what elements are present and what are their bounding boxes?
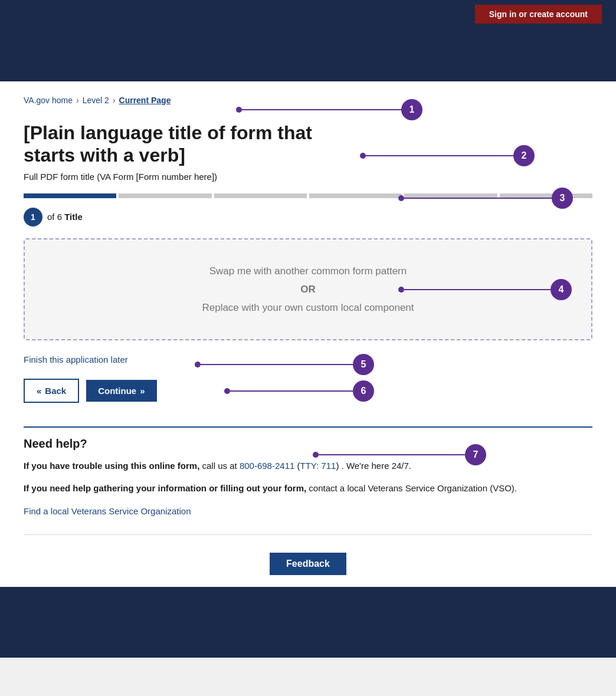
need-help-heading: Need help? bbox=[24, 437, 592, 451]
feedback-row: Feedback bbox=[24, 547, 592, 587]
progress-section: 3 bbox=[24, 193, 592, 198]
button-section: « Back Continue » 6 bbox=[24, 379, 592, 403]
gather-bold: If you need help gathering your informat… bbox=[24, 483, 306, 493]
inner-content: VA.gov home › Level 2 › Current Page 1 [… bbox=[0, 81, 616, 587]
breadcrumb-home[interactable]: VA.gov home bbox=[24, 96, 73, 105]
placeholder-line2: Replace with your own custom local compo… bbox=[202, 302, 414, 313]
forward-arrow-icon: » bbox=[140, 386, 145, 396]
trouble-text: call us at bbox=[202, 461, 240, 471]
placeholder-or: OR bbox=[37, 281, 579, 297]
gather-text: contact a local Veterans Service Organiz… bbox=[309, 483, 517, 493]
feedback-button[interactable]: Feedback bbox=[270, 553, 346, 575]
form-subtitle: Full PDF form title (VA Form [Form numbe… bbox=[24, 172, 592, 182]
back-arrow-icon: « bbox=[37, 386, 41, 396]
placeholder-box: Swap me with another common form pattern… bbox=[24, 238, 592, 341]
annotation-3: 3 bbox=[398, 188, 573, 209]
section-divider bbox=[24, 534, 592, 535]
progress-seg-5 bbox=[404, 193, 497, 198]
need-help-section: Need help? If you have trouble using thi… bbox=[24, 426, 592, 517]
breadcrumb-section: VA.gov home › Level 2 › Current Page 1 bbox=[24, 81, 592, 105]
placeholder-section: Swap me with another common form pattern… bbox=[24, 238, 592, 341]
save-later-link[interactable]: Finish this application later bbox=[24, 354, 128, 365]
page-wrapper: Sign in or create account VA.gov home › … bbox=[0, 0, 616, 658]
continue-button-label: Continue bbox=[98, 386, 136, 396]
tty-link[interactable]: TTY: 711 bbox=[300, 461, 336, 471]
button-row: « Back Continue » bbox=[24, 379, 592, 403]
breadcrumb-sep-2: › bbox=[113, 96, 116, 105]
main-content: VA.gov home › Level 2 › Current Page 1 [… bbox=[0, 81, 616, 587]
step-text: of 6 Title bbox=[47, 212, 83, 222]
gather-paragraph: If you need help gathering your informat… bbox=[24, 481, 592, 495]
annotation-5: 5 bbox=[195, 354, 374, 375]
back-button[interactable]: « Back bbox=[24, 379, 79, 403]
sign-in-button[interactable]: Sign in or create account bbox=[475, 5, 602, 24]
trouble-paragraph: If you have trouble using this online fo… bbox=[24, 459, 592, 473]
page-title-section: [Plain language title of form that start… bbox=[24, 122, 592, 167]
step-indicator: 1 of 6 Title bbox=[24, 208, 592, 226]
progress-seg-4 bbox=[309, 193, 402, 198]
progress-seg-2 bbox=[119, 193, 211, 198]
breadcrumb-current: Current Page bbox=[119, 96, 171, 105]
breadcrumb: VA.gov home › Level 2 › Current Page bbox=[24, 96, 592, 105]
breadcrumb-sep-1: › bbox=[76, 96, 79, 105]
header-nav bbox=[0, 28, 616, 81]
progress-seg-3 bbox=[214, 193, 307, 198]
progress-bar bbox=[24, 193, 592, 198]
annotation-2: 2 bbox=[360, 145, 535, 166]
phone-link[interactable]: 800-698-2411 bbox=[240, 461, 294, 471]
save-link-section: Finish this application later 5 bbox=[24, 354, 592, 374]
footer bbox=[0, 587, 616, 658]
page-title: [Plain language title of form that start… bbox=[24, 122, 319, 167]
vso-link[interactable]: Find a local Veterans Service Organizati… bbox=[24, 506, 191, 516]
breadcrumb-level2[interactable]: Level 2 bbox=[83, 96, 109, 105]
trouble-bold: If you have trouble using this online fo… bbox=[24, 461, 199, 471]
continue-button[interactable]: Continue » bbox=[86, 380, 156, 402]
progress-seg-1 bbox=[24, 193, 116, 198]
trouble-suffix: . We're here 24/7. bbox=[342, 461, 411, 471]
back-button-label: Back bbox=[45, 386, 66, 396]
header-top-bar: Sign in or create account bbox=[0, 0, 616, 28]
need-help: Need help? If you have trouble using thi… bbox=[24, 426, 592, 517]
progress-seg-6 bbox=[500, 193, 592, 198]
placeholder-line1: Swap me with another common form pattern bbox=[209, 265, 407, 277]
step-circle: 1 bbox=[24, 208, 42, 226]
